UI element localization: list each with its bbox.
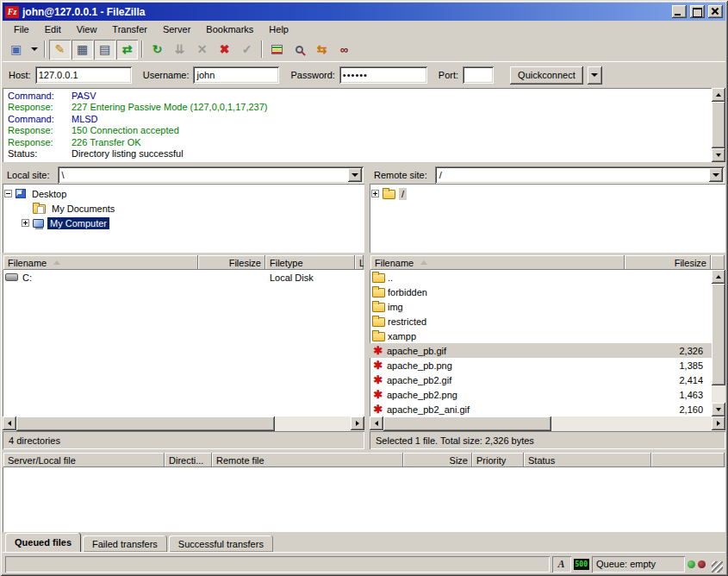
toggle-queue-button[interactable]: ⇄: [116, 40, 138, 59]
synchronized-browsing-button[interactable]: ⇆: [311, 40, 333, 59]
file-row-apache-pb-png[interactable]: apache_pb.png1,385: [370, 358, 712, 373]
password-input[interactable]: [339, 66, 427, 84]
local-site-value: \: [62, 170, 65, 180]
menu-transfer[interactable]: Transfer: [104, 22, 155, 36]
window-title: john@127.0.0.1 - FileZilla: [22, 6, 669, 18]
scrollbar-thumb[interactable]: [383, 416, 551, 431]
remote-status-bar: Selected 1 file. Total size: 2,326 bytes: [370, 431, 725, 449]
site-manager-dropdown-button[interactable]: [28, 40, 40, 59]
remote-site-dropdown-button[interactable]: [709, 168, 723, 182]
scroll-up-button[interactable]: [712, 270, 725, 284]
remote-site-combo[interactable]: /: [435, 166, 725, 184]
username-input[interactable]: [193, 66, 279, 84]
tree-item-my-computer[interactable]: My Computer: [4, 216, 363, 230]
column-header-server-local-file[interactable]: Server/Local file: [3, 453, 165, 467]
data-type-indicator[interactable]: A: [552, 556, 571, 573]
local-site-dropdown-button[interactable]: [348, 168, 362, 182]
remote-vertical-scrollbar[interactable]: [712, 270, 725, 416]
minimize-button[interactable]: [672, 5, 687, 18]
menu-edit[interactable]: Edit: [37, 22, 69, 36]
maximize-button[interactable]: [690, 5, 705, 18]
message-log-icon: ✎: [55, 43, 65, 55]
file-row-img[interactable]: img: [370, 299, 712, 314]
quickconnect-button[interactable]: Quickconnect: [510, 66, 583, 85]
tree-item-my-documents[interactable]: My Documents: [4, 201, 363, 216]
menu-server[interactable]: Server: [155, 22, 198, 36]
port-label: Port:: [439, 70, 458, 80]
scrollbar-thumb[interactable]: [712, 284, 725, 385]
scroll-left-button[interactable]: [370, 416, 383, 430]
toggle-remote-tree-button[interactable]: ▤: [94, 40, 115, 59]
speed-limit-indicator-icon[interactable]: 500: [574, 559, 589, 570]
port-input[interactable]: [463, 66, 494, 84]
menu-help[interactable]: Help: [261, 22, 296, 36]
file-row-local-c-drive[interactable]: C: Local Disk: [3, 270, 364, 285]
process-queue-button[interactable]: ⇊: [169, 40, 190, 59]
file-row-apache-pb2-ani-gif[interactable]: apache_pb2_ani.gif2,160: [370, 402, 712, 416]
toggle-message-log-button[interactable]: ✎: [49, 40, 71, 59]
log-line: Command:PASV: [8, 91, 712, 102]
disconnect-button[interactable]: ✖: [214, 40, 235, 59]
scroll-left-button[interactable]: [3, 416, 16, 430]
find-files-button[interactable]: ∞: [333, 40, 355, 59]
scrollbar-thumb[interactable]: [16, 416, 275, 431]
column-header-priority[interactable]: Priority: [472, 453, 524, 467]
file-row-apache-pb2-png[interactable]: apache_pb2.png1,463: [370, 387, 712, 402]
directory-comparison-button[interactable]: [289, 40, 310, 59]
tree-item-label: My Computer: [47, 217, 109, 229]
file-row-restricted[interactable]: restricted: [370, 314, 712, 329]
column-header-remote-file[interactable]: Remote file: [212, 453, 403, 467]
file-row-apache-pb2-gif[interactable]: apache_pb2.gif2,414: [370, 373, 712, 387]
column-header-direction[interactable]: Directi...: [165, 453, 212, 467]
column-header-filesize[interactable]: Filesize: [198, 255, 265, 270]
expand-expander-icon[interactable]: [22, 219, 29, 227]
scroll-right-button[interactable]: [712, 416, 725, 430]
scroll-right-button[interactable]: [351, 416, 364, 430]
resize-grip[interactable]: [712, 561, 723, 573]
file-row-parent-dir[interactable]: ..: [370, 270, 712, 285]
local-site-combo[interactable]: \: [58, 166, 364, 184]
close-button[interactable]: [708, 5, 723, 18]
scroll-down-button[interactable]: [712, 148, 725, 162]
scrollbar-thumb[interactable]: [712, 102, 725, 148]
file-row-xampp[interactable]: xampp: [370, 329, 712, 343]
toggle-local-tree-button[interactable]: ▦: [72, 40, 93, 59]
menu-view[interactable]: View: [69, 22, 105, 36]
collapse-expander-icon[interactable]: [4, 190, 12, 197]
filter-button[interactable]: [266, 40, 288, 59]
menu-bookmarks[interactable]: Bookmarks: [198, 22, 261, 36]
tree-item-desktop[interactable]: Desktop: [4, 186, 363, 201]
host-label: Host:: [9, 70, 31, 80]
file-row-forbidden[interactable]: forbidden: [370, 285, 712, 299]
tab-failed-transfers[interactable]: Failed transfers: [83, 535, 167, 552]
column-header-filename[interactable]: Filename: [3, 255, 198, 270]
reconnect-button[interactable]: ✓: [236, 40, 258, 59]
log-vertical-scrollbar[interactable]: [712, 88, 725, 162]
folder-icon: [372, 317, 385, 327]
column-header-filesize[interactable]: Filesize: [625, 255, 711, 270]
expand-expander-icon[interactable]: [371, 190, 379, 197]
column-header-size[interactable]: Size: [403, 453, 472, 467]
site-manager-button[interactable]: ▣: [5, 40, 27, 59]
quickconnect-dropdown-button[interactable]: [588, 66, 602, 85]
column-header-filename[interactable]: Filename: [370, 255, 625, 270]
cancel-operation-button[interactable]: ✕: [191, 40, 213, 59]
file-row-apache-pb-gif[interactable]: apache_pb.gif2,326: [370, 343, 712, 358]
remote-horizontal-scrollbar[interactable]: [370, 416, 725, 431]
scroll-down-button[interactable]: [712, 403, 725, 416]
host-input[interactable]: [35, 66, 132, 84]
status-bar: A 500 Queue: empty: [3, 552, 725, 573]
tree-item-root[interactable]: /: [371, 186, 724, 201]
menu-file[interactable]: File: [6, 22, 37, 36]
tab-successful-transfers[interactable]: Successful transfers: [169, 535, 273, 552]
refresh-icon: ↻: [152, 43, 163, 55]
column-header-filetype[interactable]: Filetype: [265, 255, 355, 270]
refresh-button[interactable]: ↻: [146, 40, 168, 59]
username-label: Username:: [143, 70, 190, 80]
scroll-up-button[interactable]: [712, 88, 725, 102]
local-horizontal-scrollbar[interactable]: [3, 416, 364, 431]
column-header-last-modified[interactable]: L: [355, 255, 364, 270]
queue-status-text: Queue: empty: [596, 559, 656, 569]
tab-queued-files[interactable]: Queued files: [5, 533, 81, 552]
column-header-status[interactable]: Status: [524, 453, 651, 467]
